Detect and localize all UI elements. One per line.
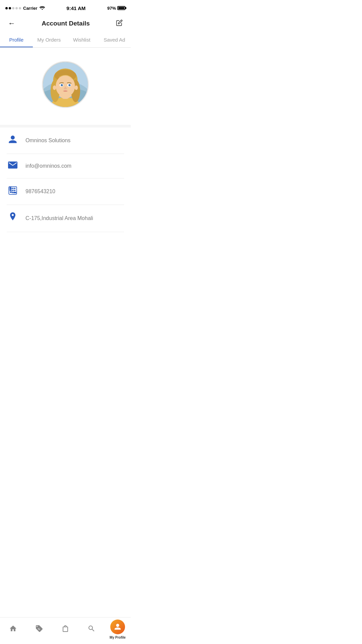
svg-rect-27 (10, 190, 12, 191)
svg-rect-32 (14, 192, 16, 193)
back-button[interactable]: ← (7, 18, 17, 29)
svg-point-20 (70, 85, 70, 85)
page-title: Account Details (42, 20, 90, 27)
user-address: C-175,Industrial Area Mohali (25, 215, 93, 221)
svg-rect-28 (12, 190, 14, 191)
top-bar: ← Account Details (0, 15, 131, 32)
battery-percent: 97% (107, 6, 116, 11)
svg-point-19 (62, 85, 63, 85)
signal-strength (5, 7, 21, 9)
avatar-section (0, 48, 131, 125)
svg-point-22 (75, 86, 78, 90)
status-bar: Carrier 9:41 AM 97% (0, 0, 131, 15)
svg-rect-29 (14, 190, 16, 191)
tab-profile[interactable]: Profile (0, 32, 33, 48)
location-icon (7, 212, 19, 224)
name-row: Omninos Solutions (7, 127, 124, 154)
address-row: C-175,Industrial Area Mohali (7, 205, 124, 232)
wifi-icon (40, 5, 45, 11)
svg-rect-25 (12, 188, 14, 189)
tab-bar: Profile My Orders Wishlist Saved Ad (0, 32, 131, 48)
tab-my-orders[interactable]: My Orders (33, 32, 66, 48)
email-row: info@omninos.com (7, 154, 124, 178)
tab-wishlist[interactable]: Wishlist (65, 32, 98, 48)
edit-button[interactable] (115, 18, 124, 29)
section-divider (0, 125, 131, 127)
battery-icon (117, 6, 125, 10)
email-icon (7, 161, 19, 171)
phone-icon (7, 186, 19, 197)
svg-point-21 (53, 86, 56, 90)
avatar[interactable] (42, 61, 89, 108)
status-time: 9:41 AM (66, 5, 85, 11)
carrier-label: Carrier (23, 6, 38, 11)
svg-rect-31 (12, 192, 14, 193)
svg-rect-24 (10, 188, 12, 189)
phone-row: 9876543210 (7, 178, 124, 205)
profile-info: Omninos Solutions info@omninos.com (0, 127, 131, 232)
status-left: Carrier (5, 5, 45, 11)
svg-rect-30 (10, 192, 12, 193)
svg-rect-26 (14, 188, 16, 189)
user-email: info@omninos.com (25, 163, 71, 169)
tab-saved-ad[interactable]: Saved Ad (98, 32, 131, 48)
status-right: 97% (107, 6, 125, 11)
user-icon (7, 135, 19, 146)
user-phone: 9876543210 (25, 189, 55, 195)
user-name: Omninos Solutions (25, 138, 70, 144)
